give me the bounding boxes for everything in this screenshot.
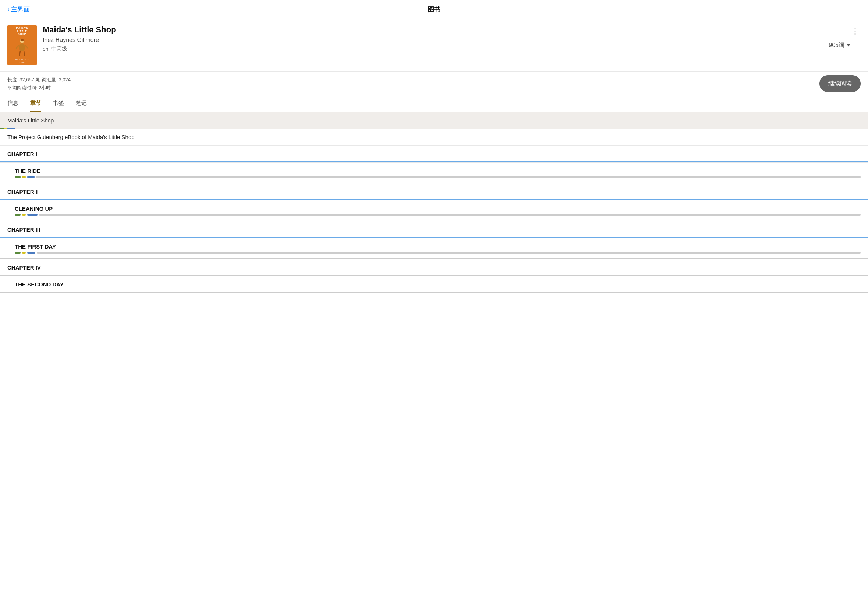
dot-yellow-2 — [22, 214, 26, 216]
svg-point-6 — [20, 39, 24, 41]
tab-bookmarks[interactable]: 书签 — [53, 94, 64, 112]
tab-chapters[interactable]: 章节 — [30, 94, 41, 112]
nav-bar: ‹ 主界面 图书 — [0, 0, 868, 19]
chapter-2-label: CHAPTER II — [7, 189, 39, 195]
book-title: Maida's Little Shop — [43, 25, 861, 34]
dot-blue-2 — [27, 214, 37, 216]
second-day-label: THE SECOND DAY — [15, 281, 63, 288]
ride-progress — [15, 176, 861, 178]
stats-text: 长度: 32,657词, 词汇量: 3,024 平均阅读时间: 2小时 — [7, 76, 71, 91]
tab-notes[interactable]: 笔记 — [76, 94, 87, 112]
tab-chapters-label: 章节 — [30, 100, 41, 106]
words-count: 905词 — [829, 42, 845, 49]
svg-line-4 — [20, 51, 20, 56]
dot-yellow-1 — [22, 176, 26, 178]
svg-point-1 — [19, 43, 25, 51]
words-badge[interactable]: 905词 — [829, 42, 850, 49]
chapter-row-ride[interactable]: THE RIDE — [0, 162, 868, 184]
back-chevron: ‹ — [7, 6, 9, 13]
chapter-row-gutenberg[interactable]: The Project Gutenberg eBook of Maida's L… — [0, 129, 868, 145]
book-language: en — [43, 46, 48, 52]
book-cover: MAIDA'S LITTLE SHOP INEZ HAYNES IRWIN — [7, 25, 37, 65]
tabs: 信息 章节 书签 笔记 — [0, 94, 868, 112]
cover-illustration — [12, 37, 32, 57]
svg-line-5 — [24, 51, 25, 56]
chapter-row-3[interactable]: CHAPTER III — [0, 221, 868, 238]
svg-line-3 — [25, 45, 28, 48]
chapter-row-secondday[interactable]: THE SECOND DAY — [0, 276, 868, 293]
book-info: Maida's Little Shop Inez Haynes Gillmore… — [43, 25, 861, 52]
back-button[interactable]: ‹ 主界面 — [7, 5, 30, 14]
dot-gray-1 — [36, 176, 861, 178]
dot-green-1 — [15, 176, 21, 178]
chapter-book-title-row[interactable]: Maida's Little Shop — [0, 112, 868, 129]
gutenberg-label: The Project Gutenberg eBook of Maida's L… — [7, 134, 135, 140]
chapter-3-label: CHAPTER III — [7, 226, 40, 233]
tab-notes-label: 笔记 — [76, 100, 87, 106]
dot-blue-1 — [27, 176, 34, 178]
chapter-list: Maida's Little Shop The Project Gutenber… — [0, 112, 868, 293]
chapter-row-firstday[interactable]: THE FIRST DAY — [0, 238, 868, 259]
book-level: 中高级 — [51, 46, 67, 52]
book-meta: en 中高级 — [43, 46, 861, 52]
tab-info-label: 信息 — [7, 100, 19, 106]
cover-top-text: MAIDA'S LITTLE SHOP — [16, 26, 28, 36]
firstday-progress — [15, 252, 861, 254]
cover-bottom-text: INEZ HAYNES IRWIN — [15, 59, 29, 63]
tab-bookmarks-label: 书签 — [53, 100, 64, 106]
back-label: 主界面 — [11, 5, 30, 14]
more-button[interactable]: ⋮ — [848, 25, 862, 37]
dot-green-2 — [15, 214, 21, 216]
book-header: MAIDA'S LITTLE SHOP INEZ HAYNES IRWIN Ma… — [0, 19, 868, 72]
reading-time-label: 平均阅读时间: 2小时 — [7, 85, 71, 91]
svg-line-2 — [16, 45, 19, 48]
cleaning-up-label: CLEANING UP — [15, 206, 53, 212]
dot-yellow-3 — [22, 252, 26, 254]
stats-bar: 长度: 32,657词, 词汇量: 3,024 平均阅读时间: 2小时 继续阅读 — [0, 72, 868, 94]
dot-gray-2 — [39, 214, 861, 216]
dot-blue-3 — [27, 252, 35, 254]
cleaning-progress — [15, 214, 861, 216]
chapter-row-cleaning[interactable]: CLEANING UP — [0, 200, 868, 221]
first-day-label: THE FIRST DAY — [15, 243, 56, 250]
chapter-row-1[interactable]: CHAPTER I — [0, 145, 868, 162]
continue-reading-button[interactable]: 继续阅读 — [820, 76, 861, 92]
dot-green-3 — [15, 252, 21, 254]
chapter-row-2[interactable]: CHAPTER II — [0, 184, 868, 200]
chapter-book-title-text: Maida's Little Shop — [7, 117, 54, 124]
book-author: Inez Haynes Gillmore — [43, 37, 861, 43]
dot-gray-3 — [37, 252, 861, 254]
length-label: 长度: 32,657词, 词汇量: 3,024 — [7, 76, 71, 83]
chevron-down-icon — [847, 44, 850, 47]
chapter-4-label: CHAPTER IV — [7, 264, 41, 271]
tab-info[interactable]: 信息 — [7, 94, 19, 112]
chapter-row-4[interactable]: CHAPTER IV — [0, 259, 868, 276]
the-ride-label: THE RIDE — [15, 168, 40, 174]
chapter-1-label: CHAPTER I — [7, 151, 37, 157]
nav-title: 图书 — [428, 5, 440, 14]
